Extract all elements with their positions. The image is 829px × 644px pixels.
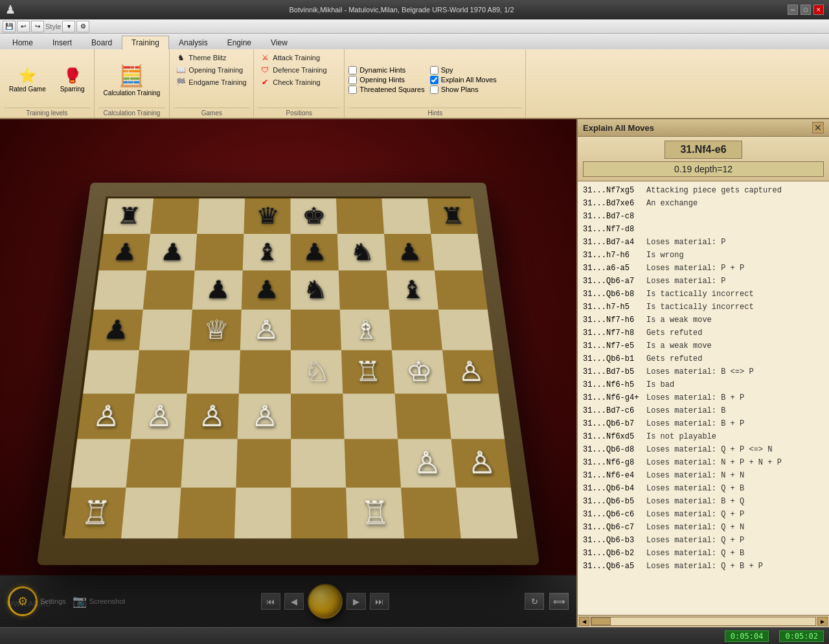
piece[interactable]: ♙: [198, 402, 226, 431]
piece[interactable]: ♟: [159, 240, 185, 264]
dynamic-hints-checkbox[interactable]: [348, 66, 357, 75]
square-d2[interactable]: [236, 439, 291, 488]
square-g6[interactable]: ♝: [387, 270, 438, 309]
square-h4[interactable]: ♙: [442, 350, 499, 393]
move-entry[interactable]: 31...Qb6-b7Loses material: B + P: [578, 417, 829, 430]
piece[interactable]: ♙: [465, 448, 496, 478]
square-f3[interactable]: [343, 393, 398, 439]
flip-button[interactable]: ⟺: [549, 593, 569, 610]
square-e7[interactable]: ♟: [291, 234, 339, 271]
square-a5[interactable]: ♟: [89, 309, 143, 350]
piece[interactable]: ♙: [251, 402, 278, 431]
square-e4[interactable]: ♘: [291, 350, 343, 393]
piece[interactable]: ♟: [205, 277, 231, 302]
move-entry[interactable]: 31...h7-h6Is wrong: [578, 249, 829, 262]
move-entry[interactable]: 31...Nf6-e4Loses material: N + N: [578, 469, 829, 482]
square-d3[interactable]: ♙: [238, 393, 291, 439]
square-h8[interactable]: ♜: [427, 198, 478, 233]
defence-training-button[interactable]: 🛡 Defence Training: [258, 64, 340, 76]
threatened-squares-checkbox[interactable]: [348, 86, 357, 94]
opening-hints-row[interactable]: Opening Hints: [348, 76, 424, 84]
square-g3[interactable]: [394, 393, 451, 439]
show-plans-row[interactable]: Show Plans: [430, 86, 497, 94]
threatened-squares-row[interactable]: Threatened Squares: [348, 86, 424, 94]
square-e2[interactable]: [291, 439, 346, 488]
piece[interactable]: ♟: [396, 240, 422, 264]
move-entry[interactable]: 31...Bd7-c8: [578, 210, 829, 223]
first-move-button[interactable]: ⏮: [261, 593, 280, 610]
move-entry[interactable]: 31...Qb6-a7Loses material: P: [578, 275, 829, 288]
calculation-training-button[interactable]: 🧮 Calculation Training: [98, 61, 166, 99]
square-d4[interactable]: [239, 350, 291, 393]
move-entry[interactable]: 31...Qb6-a5Loses material: Q + B + P: [578, 560, 829, 573]
square-f5[interactable]: ♗: [340, 309, 392, 350]
square-a2[interactable]: [71, 439, 131, 488]
square-e1[interactable]: [291, 487, 348, 538]
move-entry[interactable]: 31...Bd7-a4Loses material: P: [578, 236, 829, 249]
square-b3[interactable]: ♙: [131, 393, 187, 439]
chessboard[interactable]: ♜♛♚♜♟♟♝♟♞♟♟♟♞♝♟♕♙♗♘♖♔♙♙♙♙♙♙♙♖♖: [62, 196, 514, 535]
save-button[interactable]: 💾: [3, 21, 16, 32]
tab-engine[interactable]: Engine: [218, 36, 261, 49]
move-entry[interactable]: 31...Nf6xd5Is not playable: [578, 430, 829, 443]
piece[interactable]: ♟: [102, 317, 130, 343]
square-e8[interactable]: ♚: [291, 198, 337, 233]
square-a1[interactable]: ♖: [65, 487, 126, 538]
square-d8[interactable]: ♛: [244, 198, 290, 233]
move-entry[interactable]: 31...Nf6-h5Is bad: [578, 378, 829, 391]
square-a6[interactable]: [94, 270, 147, 309]
sparring-button[interactable]: 🥊 Sparring: [55, 65, 90, 95]
move-entry[interactable]: 31...Qb6-b1Gets refuted: [578, 352, 829, 365]
current-move[interactable]: 31.Nf4-e6: [664, 141, 742, 159]
redo-button[interactable]: ↪: [31, 21, 44, 32]
move-entry[interactable]: 31...Bd7xe6An exchange: [578, 197, 829, 210]
tab-training[interactable]: Training: [122, 36, 169, 50]
spy-checkbox[interactable]: [430, 66, 438, 75]
move-entry[interactable]: 31...Nf7xg5Attacking piece gets captured: [578, 184, 829, 197]
piece[interactable]: ♙: [144, 402, 174, 431]
dynamic-hints-row[interactable]: Dynamic Hints: [348, 66, 424, 75]
close-button[interactable]: ✕: [813, 5, 824, 15]
move-entry[interactable]: 31...h7-h5Is tactically incorrect: [578, 301, 829, 314]
square-c5[interactable]: ♕: [190, 309, 242, 350]
tab-view[interactable]: View: [261, 36, 297, 49]
move-entry[interactable]: 31...Qb6-b8Is tactically incorrect: [578, 288, 829, 301]
scrollbar[interactable]: ◀ ▶: [578, 615, 829, 627]
square-f2[interactable]: [345, 439, 401, 488]
square-b2[interactable]: [126, 439, 185, 488]
move-entry[interactable]: 31...Bd7-b5Loses material: B <=> P: [578, 365, 829, 378]
screenshot-label[interactable]: Screenshot: [89, 597, 126, 605]
piece[interactable]: ♜: [439, 205, 466, 227]
square-b6[interactable]: [143, 270, 195, 309]
square-b7[interactable]: ♟: [147, 234, 198, 271]
minimize-button[interactable]: ─: [788, 5, 798, 15]
move-entry[interactable]: 31...Qb6-c6Loses material: Q + P: [578, 508, 829, 521]
last-move-button[interactable]: ⏭: [370, 593, 389, 610]
move-entry[interactable]: 31...Nf7-h6Is a weak move: [578, 314, 829, 327]
move-entry[interactable]: 31...Qb6-c7Loses material: Q + N: [578, 521, 829, 534]
move-entry[interactable]: 31...a6-a5Loses material: P + P: [578, 262, 829, 275]
square-b5[interactable]: [139, 309, 192, 350]
square-d1[interactable]: [234, 487, 291, 538]
scroll-thumb[interactable]: [591, 617, 611, 625]
scroll-left-button[interactable]: ◀: [579, 617, 589, 626]
square-g8[interactable]: [381, 198, 431, 233]
maximize-button[interactable]: □: [801, 5, 811, 15]
square-g1[interactable]: [401, 487, 461, 538]
square-h1[interactable]: [456, 487, 517, 538]
piece[interactable]: ♝: [255, 240, 279, 264]
square-h6[interactable]: [435, 270, 488, 309]
piece[interactable]: ♕: [202, 317, 229, 343]
square-f8[interactable]: [336, 198, 384, 233]
piece[interactable]: ♟: [302, 240, 326, 264]
scroll-right-button[interactable]: ▶: [817, 617, 828, 626]
square-a4[interactable]: [83, 350, 139, 393]
explain-all-moves-checkbox[interactable]: [430, 76, 438, 84]
square-f6[interactable]: [339, 270, 389, 309]
piece[interactable]: ♜: [116, 205, 142, 227]
move-entry[interactable]: 31...Nf7-d8: [578, 223, 829, 236]
square-a3[interactable]: ♙: [77, 393, 135, 439]
piece[interactable]: ♟: [254, 277, 279, 302]
piece[interactable]: ♙: [455, 358, 484, 385]
move-entry[interactable]: 31...Qb6-b3Loses material: Q + P: [578, 534, 829, 547]
